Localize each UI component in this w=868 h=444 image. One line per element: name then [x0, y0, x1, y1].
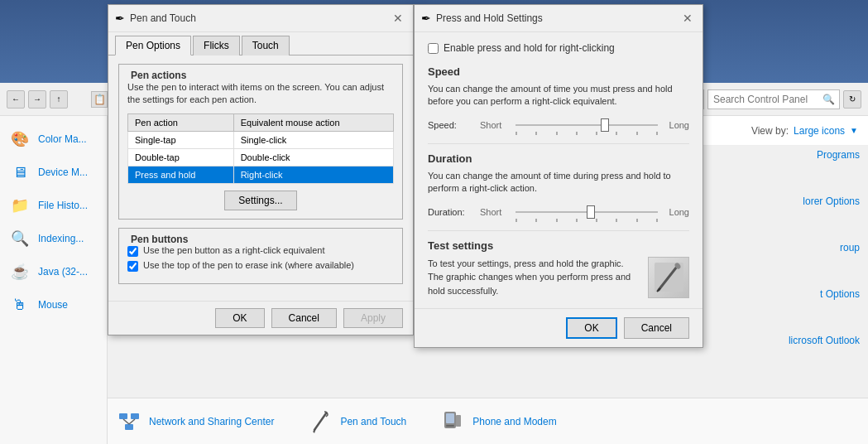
pah-duration-title: Duration — [428, 152, 689, 165]
checkbox-right-click-label: Use the pen button as a right-click equi… — [143, 245, 325, 255]
pen-touch-dialog: ✒ Pen and Touch ✕ Pen Options Flicks Tou… — [108, 4, 414, 335]
cell-press-hold: Press and hold — [128, 166, 234, 183]
pah-test-title: Test settings — [428, 239, 689, 252]
search-input[interactable] — [707, 89, 840, 109]
right-label-options[interactable]: t Options — [789, 288, 860, 300]
pah-footer: OK Cancel — [415, 308, 703, 347]
pen-touch-cancel-button[interactable]: Cancel — [271, 308, 337, 328]
pah-enable-checkbox[interactable] — [428, 43, 439, 54]
cell-double-tap: Double-tap — [128, 148, 234, 166]
pah-duration-label: Duration: — [428, 207, 473, 217]
pah-title-icon: ✒ — [421, 12, 431, 25]
pah-duration-long-label: Long — [664, 207, 689, 217]
sidebar-item-label: Java (32-... — [38, 266, 88, 278]
pen-touch-apply-button[interactable]: Apply — [343, 308, 403, 328]
view-by-value[interactable]: Large icons — [794, 125, 845, 137]
right-label-group[interactable]: roup — [789, 242, 860, 253]
pen-touch-footer: OK Cancel Apply — [108, 301, 413, 335]
pah-close-button[interactable]: ✕ — [679, 10, 696, 27]
sidebar-item-indexing[interactable]: 🔍 Indexing... — [0, 222, 107, 255]
pah-test-section: Test settings To test your settings, pre… — [428, 239, 689, 298]
pen-buttons-legend: Pen buttons — [127, 234, 394, 245]
view-by-label: View by: — [751, 125, 789, 137]
pah-enable-row: Enable press and hold for right-clicking — [428, 42, 689, 54]
sidebar-item-color-management[interactable]: 🎨 Color Ma... — [0, 123, 107, 156]
address-icon: 📋 — [91, 91, 108, 108]
java-icon: ☕ — [8, 260, 31, 283]
press-and-hold-dialog: ✒ Press and Hold Settings ✕ Enable press… — [414, 4, 703, 348]
sidebar-item-label: Mouse — [38, 299, 68, 311]
pah-ok-button[interactable]: OK — [566, 317, 616, 339]
bottom-item-pen-touch[interactable]: Pen and Touch — [307, 408, 406, 435]
nav-back-button[interactable]: ← — [7, 90, 25, 109]
phone-modem-label: Phone and Modem — [472, 416, 556, 427]
table-row-selected[interactable]: Press and hold Right-click — [128, 166, 394, 183]
sidebar-item-mouse[interactable]: 🖱 Mouse — [0, 288, 107, 321]
tab-flicks[interactable]: Flicks — [193, 36, 240, 56]
settings-button[interactable]: Settings... — [224, 191, 296, 210]
pah-duration-slider[interactable] — [516, 205, 658, 219]
col-pen-action: Pen action — [128, 113, 234, 131]
view-by-section: View by: Large icons ▼ — [751, 125, 858, 137]
cell-right-click: Right-click — [233, 166, 393, 183]
pah-content: Enable press and hold for right-clicking… — [415, 32, 703, 308]
pen-touch-ok-button[interactable]: OK — [215, 308, 264, 328]
pen-touch-titlebar: ✒ Pen and Touch ✕ — [108, 5, 413, 32]
pah-speed-desc: You can change the amount of time you mu… — [428, 83, 689, 109]
checkbox-right-click[interactable] — [127, 246, 138, 257]
phone-modem-icon — [439, 408, 466, 435]
sidebar-item-device-manager[interactable]: 🖥 Device M... — [0, 156, 107, 189]
pah-speed-label: Speed: — [428, 120, 473, 130]
device-manager-icon: 🖥 — [8, 161, 31, 184]
pah-divider-2 — [428, 230, 689, 231]
pah-test-graphic[interactable] — [648, 257, 689, 298]
search-icon: 🔍 — [822, 94, 835, 105]
pen-actions-desc: Use the pen to interact with items on th… — [127, 81, 394, 107]
network-icon — [116, 408, 142, 435]
pah-cancel-button[interactable]: Cancel — [624, 317, 689, 339]
svg-line-5 — [314, 413, 326, 430]
pah-speed-slider-row: Speed: Short Long — [428, 118, 689, 132]
bottom-item-network[interactable]: Network and Sharing Center — [116, 408, 274, 435]
refresh-button[interactable]: ↻ — [843, 90, 861, 109]
nav-forward-button[interactable]: → — [28, 90, 46, 109]
sidebar-item-label: Device M... — [38, 166, 88, 178]
color-management-icon: 🎨 — [8, 128, 31, 151]
right-label-programs[interactable]: Programs — [789, 149, 860, 161]
sidebar-item-label: Color Ma... — [38, 133, 87, 145]
cell-double-click: Double-click — [233, 148, 393, 166]
pah-divider-1 — [428, 143, 689, 144]
svg-rect-9 — [446, 425, 454, 427]
right-label-explorer[interactable]: lorer Options — [789, 195, 860, 207]
view-by-chevron[interactable]: ▼ — [850, 126, 858, 135]
svg-rect-2 — [125, 424, 133, 430]
table-row[interactable]: Double-tap Double-click — [128, 148, 394, 166]
pah-speed-short-label: Short — [480, 120, 509, 130]
checkbox-erase-ink[interactable] — [127, 261, 138, 272]
nav-up-button[interactable]: ↑ — [50, 90, 68, 109]
cp-sidebar: 🎨 Color Ma... 🖥 Device M... 📁 File Histo… — [0, 116, 108, 444]
sidebar-item-label: File Histo... — [38, 200, 88, 211]
pah-speed-slider[interactable] — [516, 118, 658, 132]
right-label-outlook[interactable]: licrosoft Outlook — [789, 335, 860, 346]
pen-touch-close-button[interactable]: ✕ — [390, 10, 406, 27]
checkbox-row-right-click: Use the pen button as a right-click equi… — [127, 245, 394, 257]
col-mouse-action: Equivalent mouse action — [233, 113, 393, 131]
tab-pen-options[interactable]: Pen Options — [115, 36, 191, 56]
sidebar-item-file-history[interactable]: 📁 File Histo... — [0, 189, 107, 222]
svg-rect-8 — [446, 413, 454, 423]
table-row[interactable]: Single-tap Single-click — [128, 131, 394, 148]
file-history-icon: 📁 — [8, 194, 31, 217]
cell-single-tap: Single-tap — [128, 131, 234, 148]
pah-enable-label: Enable press and hold for right-clicking — [444, 42, 615, 54]
pah-title: Press and Hold Settings — [436, 12, 679, 24]
svg-line-4 — [129, 419, 135, 424]
sidebar-item-java[interactable]: ☕ Java (32-... — [0, 255, 107, 288]
pah-duration-slider-row: Duration: Short Lo — [428, 205, 689, 219]
pah-speed-section: Speed You can change the amount of time … — [428, 65, 689, 132]
tab-touch[interactable]: Touch — [242, 36, 290, 56]
pah-duration-desc: You can change the amount of time during… — [428, 170, 689, 195]
pen-touch-content: Pen actions Use the pen to interact with… — [108, 56, 413, 301]
bottom-item-phone-modem[interactable]: Phone and Modem — [439, 408, 556, 435]
svg-line-3 — [123, 419, 129, 424]
